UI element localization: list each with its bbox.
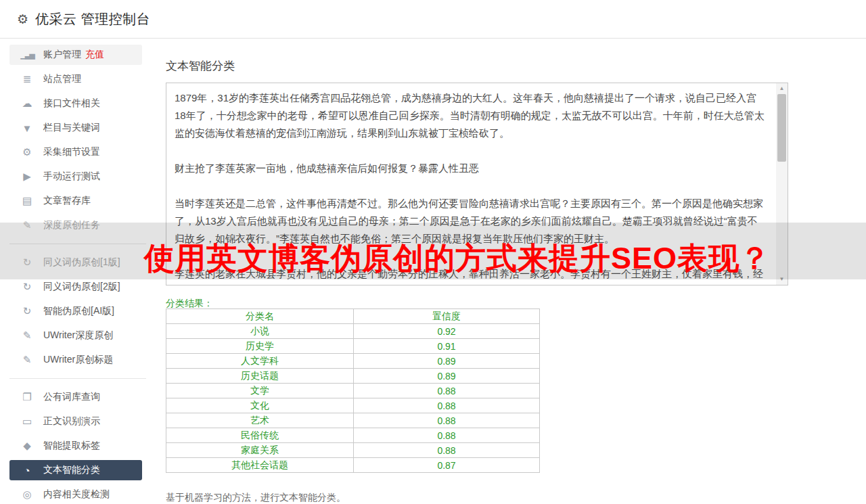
table-row: 历史话题0.89 [166, 369, 540, 384]
sidebar-item-label: 站点管理 [43, 73, 81, 85]
category-name-cell: 文化 [166, 398, 354, 413]
classification-result-table: 分类名 置信度 小说0.92历史学0.91人文学科0.89历史话题0.89文学0… [166, 308, 540, 473]
confidence-cell: 0.87 [354, 458, 540, 473]
page-title: 文本智能分类 [166, 58, 235, 74]
category-name-cell: 历史学 [166, 339, 354, 354]
sidebar-item-label: 智能提取标签 [43, 440, 100, 452]
confidence-cell: 0.88 [354, 398, 540, 413]
sidebar-item-content-relevance[interactable]: ◎内容相关度检测 [9, 484, 142, 504]
category-name-cell: 文学 [166, 384, 354, 398]
sidebar-item-text-classification[interactable]: ◔文本智能分类 [9, 460, 142, 480]
sidebar-item-article-cache[interactable]: ▤文章暂存库 [9, 191, 142, 211]
refresh-icon: ↻ [20, 281, 34, 293]
app-header: ⚙ 优采云 管理控制台 [0, 0, 866, 39]
sidebar-item-site-management[interactable]: ≣站点管理 [9, 69, 142, 89]
gears-icon: ⚙ [20, 146, 34, 158]
column-header-category: 分类名 [166, 309, 354, 324]
category-name-cell: 小说 [166, 324, 354, 339]
sidebar-item-manual-run-test[interactable]: ▶手动运行测试 [9, 166, 142, 187]
sidebar-divider [9, 378, 146, 379]
sidebar-item-label: 手动运行测试 [43, 170, 100, 183]
sidebar-item-public-lexicon[interactable]: ❐公有词库查询 [9, 387, 142, 407]
category-name-cell: 民俗传统 [166, 428, 354, 443]
target-icon: ◎ [20, 488, 34, 501]
database-icon: ▤ [20, 195, 34, 207]
table-row: 文学0.88 [166, 384, 540, 398]
footer-note: 基于机器学习的方法，进行文本智能分类。 [166, 492, 346, 504]
confidence-cell: 0.88 [354, 443, 540, 458]
confidence-cell: 0.88 [354, 384, 540, 398]
tag-icon: ◆ [20, 440, 34, 452]
pie-icon: ◔ [20, 465, 34, 476]
sidebar-item-label: 智能伪原创[AI版] [43, 305, 114, 317]
sidebar-item-ai-rewrite[interactable]: ↻智能伪原创[AI版] [9, 301, 142, 321]
category-name-cell: 人文学科 [166, 354, 354, 369]
sidebar-item-uwriter-title[interactable]: ✎UWriter原创标题 [9, 350, 142, 370]
sidebar-item-label: 文本智能分类 [43, 464, 100, 476]
sidebar-item-label: 采集细节设置 [43, 146, 100, 158]
refresh-icon: ↻ [20, 305, 34, 317]
sidebar-item-account[interactable]: ▁▃▅账户管理充值 [9, 45, 142, 65]
edit-icon: ✎ [20, 329, 34, 342]
confidence-cell: 0.91 [354, 339, 540, 354]
table-row: 家庭关系0.88 [166, 443, 540, 458]
table-row: 小说0.92 [166, 324, 540, 339]
confidence-cell: 0.88 [354, 413, 540, 428]
recharge-link[interactable]: 充值 [85, 49, 104, 61]
confidence-cell: 0.89 [354, 369, 540, 384]
edit-icon: ✎ [20, 354, 34, 366]
sidebar-item-label: 内容相关度检测 [43, 488, 110, 501]
sidebar-item-uwriter-deep[interactable]: ✎UWriter深度原创 [9, 325, 142, 346]
sidebar-item-smart-tags[interactable]: ◆智能提取标签 [9, 436, 142, 456]
category-name-cell: 艺术 [166, 413, 354, 428]
sidebar-item-label: 公有词库查询 [43, 391, 100, 403]
sidebar-item-columns-keywords[interactable]: ▼栏目与关键词 [9, 118, 142, 138]
category-name-cell: 家庭关系 [166, 443, 354, 458]
category-name-cell: 其他社会话题 [166, 458, 354, 473]
scroll-up-icon[interactable]: ▲ [776, 83, 788, 94]
book-icon: ❐ [20, 391, 34, 403]
sidebar-item-label: 文章暂存库 [43, 195, 91, 207]
overlay-headline: 使用英文博客伪原创的方式来提升SEO表现？ [144, 238, 771, 279]
scrollbar-thumb[interactable] [777, 94, 786, 162]
sidebar-item-label: 同义词伪原创[2版] [43, 281, 120, 293]
sidebar-item-synonym-rewrite-2[interactable]: ↻同义词伪原创[2版] [9, 277, 142, 297]
sidebar-item-body-recognition[interactable]: ▭正文识别演示 [9, 411, 142, 432]
filter-icon: ▼ [20, 122, 34, 134]
table-row: 民俗传统0.88 [166, 428, 540, 443]
sidebar-item-collection-settings[interactable]: ⚙采集细节设置 [9, 142, 142, 162]
play-icon: ▶ [20, 170, 34, 183]
table-row: 人文学科0.89 [166, 354, 540, 369]
app-title: 优采云 管理控制台 [35, 10, 150, 28]
sidebar-item-interface-files[interactable]: ☁接口文件相关 [9, 93, 142, 114]
bar-chart-icon: ▁▃▅ [20, 51, 34, 60]
table-row: 艺术0.88 [166, 413, 540, 428]
table-row: 历史学0.91 [166, 339, 540, 354]
confidence-cell: 0.92 [354, 324, 540, 339]
sidebar-item-label: UWriter深度原创 [43, 329, 113, 342]
monitor-icon: ▭ [20, 415, 34, 428]
sidebar-item-label: 正文识别演示 [43, 415, 100, 428]
gear-icon[interactable]: ⚙ [17, 12, 28, 27]
category-name-cell: 历史话题 [166, 369, 354, 384]
confidence-cell: 0.89 [354, 354, 540, 369]
sidebar-item-label: 栏目与关键词 [43, 122, 100, 134]
sidebar-item-label: 接口文件相关 [43, 97, 100, 110]
sidebar-item-label: UWriter原创标题 [43, 354, 113, 366]
table-header-row: 分类名 置信度 [166, 309, 540, 324]
table-row: 其他社会话题0.87 [166, 458, 540, 473]
confidence-cell: 0.88 [354, 428, 540, 443]
table-row: 文化0.88 [166, 398, 540, 413]
cloud-upload-icon: ☁ [20, 97, 34, 110]
column-header-confidence: 置信度 [354, 309, 540, 324]
rows-icon: ≣ [20, 73, 34, 85]
sidebar-item-label: 账户管理 [43, 49, 81, 61]
